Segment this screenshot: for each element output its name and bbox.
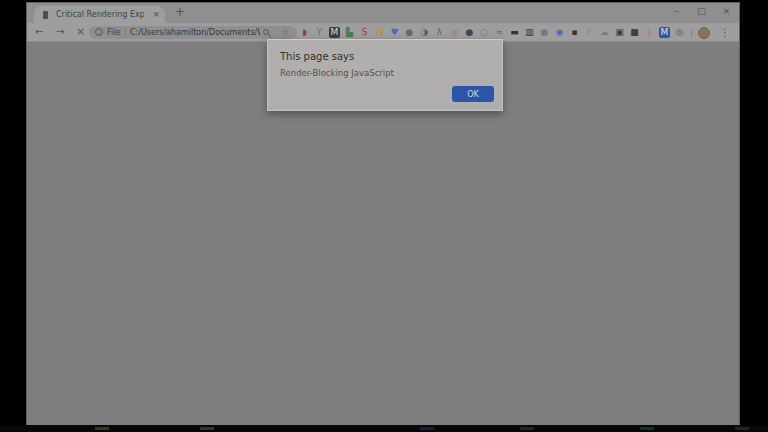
extension-y-icon[interactable]: Y — [314, 27, 325, 38]
extension-m-dark-icon[interactable]: M — [329, 27, 340, 38]
extension-camera-dark-icon[interactable]: ▪ — [569, 27, 580, 38]
browser-window: Critical Rendering Experiment × + – □ × … — [26, 2, 740, 426]
close-window-button[interactable]: × — [714, 3, 739, 21]
taskbar-accent — [735, 427, 749, 430]
extension-w-color-icon[interactable]: W — [374, 27, 385, 38]
taskbar-accent — [200, 427, 214, 430]
extension-s-red-icon[interactable]: S — [359, 27, 370, 38]
chrome-menu-icon[interactable]: ⋮ — [720, 26, 730, 39]
extension-runner-icon[interactable]: λ — [434, 27, 445, 38]
extension-square-dark2-icon[interactable]: ■ — [629, 27, 640, 38]
extension-fox-icon[interactable]: ◗ — [299, 27, 310, 38]
extension-camera-circle-icon[interactable]: ◎ — [674, 27, 685, 38]
tab-close-icon[interactable]: × — [152, 9, 160, 19]
alert-dialog-title: This page says — [280, 51, 354, 62]
taskbar-accent — [520, 427, 534, 430]
extension-circle-blue-icon[interactable]: ◉ — [554, 27, 565, 38]
toolbar-divider — [691, 28, 692, 38]
extension-j-orange-icon[interactable]: j — [644, 27, 655, 38]
profile-avatar[interactable] — [698, 27, 710, 39]
tab-strip: Critical Rendering Experiment × + – □ × — [27, 3, 739, 23]
tab-favicon-icon — [43, 11, 48, 19]
maximize-button[interactable]: □ — [689, 3, 714, 21]
zoom-magnifier-icon[interactable] — [263, 29, 269, 35]
bookmark-star-icon[interactable]: ☆ — [281, 27, 289, 37]
extension-clock-icon[interactable]: ◑ — [419, 27, 430, 38]
extension-dark-wide-icon[interactable]: ▬ — [509, 27, 520, 38]
alert-dialog-message: Render-Blocking JavaScript — [280, 68, 394, 78]
extension-chart-icon[interactable]: ▙ — [344, 27, 355, 38]
tab-critical-rendering[interactable]: Critical Rendering Experiment × — [34, 6, 165, 23]
back-button[interactable]: ← — [35, 26, 43, 37]
extension-m-blue-icon[interactable]: M — [659, 27, 670, 38]
address-bar[interactable]: i File C:/Users/ahamilton/Documents/Web.… — [89, 26, 297, 39]
taskbar-accent — [95, 427, 109, 430]
url-text[interactable]: C:/Users/ahamilton/Documents/Web... — [130, 28, 260, 37]
extension-zigzag-icon[interactable]: ≈ — [494, 27, 505, 38]
extension-ring-icon[interactable]: ○ — [479, 27, 490, 38]
extension-heart-blue-icon[interactable]: ♥ — [389, 27, 400, 38]
extension-photo-icon[interactable]: ▣ — [449, 27, 460, 38]
window-controls: – □ × — [664, 3, 739, 23]
extension-bars-dark-icon[interactable]: ▥ — [524, 27, 535, 38]
extensions-row: ◗YM▙SW♥●◑λ▣●○≈▬▥●◉▪F☁▣■jM◎⋮ — [299, 25, 730, 40]
extension-cloud-icon[interactable]: ☁ — [599, 27, 610, 38]
ok-button[interactable]: OK — [452, 86, 494, 102]
extension-circle-gray-icon[interactable]: ● — [404, 27, 415, 38]
extension-globe-dark-icon[interactable]: ● — [464, 27, 475, 38]
new-tab-button[interactable]: + — [175, 5, 185, 19]
tab-title: Critical Rendering Experiment — [56, 10, 144, 19]
alert-dialog: This page says Render-Blocking JavaScrip… — [267, 39, 503, 111]
extension-circle-gray2-icon[interactable]: ● — [539, 27, 550, 38]
taskbar-strip — [0, 425, 768, 432]
extension-f-faint-icon[interactable]: F — [584, 27, 595, 38]
url-scheme-label: File — [107, 28, 120, 37]
omnibox-divider — [125, 28, 126, 37]
taskbar-accent — [420, 427, 434, 430]
stop-loading-button[interactable]: × — [76, 25, 85, 38]
forward-button[interactable]: → — [56, 26, 64, 37]
minimize-button[interactable]: – — [664, 3, 689, 21]
taskbar-accent — [640, 427, 654, 430]
page-info-icon[interactable]: i — [95, 28, 103, 36]
extension-square-dark-icon[interactable]: ▣ — [614, 27, 625, 38]
